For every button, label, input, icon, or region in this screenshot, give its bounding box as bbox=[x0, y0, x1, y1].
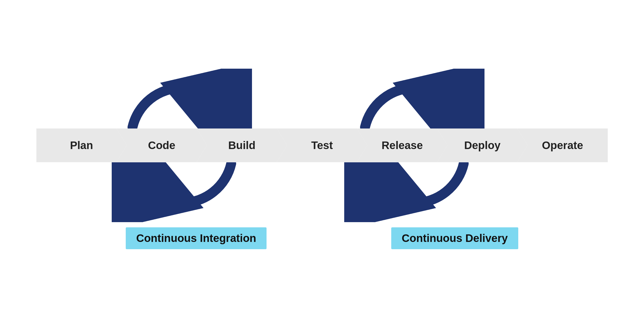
test-label: Test bbox=[311, 139, 333, 152]
chevron-operate: Operate bbox=[517, 128, 608, 162]
arrows-top-row bbox=[36, 66, 608, 128]
chevron-plan: Plan bbox=[36, 128, 127, 162]
ci-label-box: Continuous Integration bbox=[126, 227, 267, 249]
release-label: Release bbox=[382, 139, 423, 152]
top-arc-right bbox=[344, 69, 484, 128]
top-arc-left bbox=[112, 69, 252, 128]
build-label: Build bbox=[228, 139, 255, 152]
bottom-arc-right bbox=[344, 162, 484, 222]
bottom-arc-left bbox=[112, 162, 252, 222]
plan-label: Plan bbox=[70, 139, 93, 152]
operate-label: Operate bbox=[542, 139, 583, 152]
process-bar: Plan Code Build Test Release Deploy bbox=[36, 128, 608, 162]
chevron-release: Release bbox=[357, 128, 448, 162]
code-label: Code bbox=[148, 139, 175, 152]
diagram-container: Plan Code Build Test Release Deploy bbox=[36, 66, 608, 249]
chevron-deploy: Deploy bbox=[437, 128, 528, 162]
chevron-code: Code bbox=[116, 128, 207, 162]
chevron-test: Test bbox=[277, 128, 367, 162]
labels-row: Continuous Integration Continuous Delive… bbox=[36, 227, 608, 249]
deploy-label: Deploy bbox=[464, 139, 501, 152]
cd-label-box: Continuous Delivery bbox=[391, 227, 518, 249]
arrows-bottom-row bbox=[36, 162, 608, 225]
chevron-build: Build bbox=[197, 128, 287, 162]
